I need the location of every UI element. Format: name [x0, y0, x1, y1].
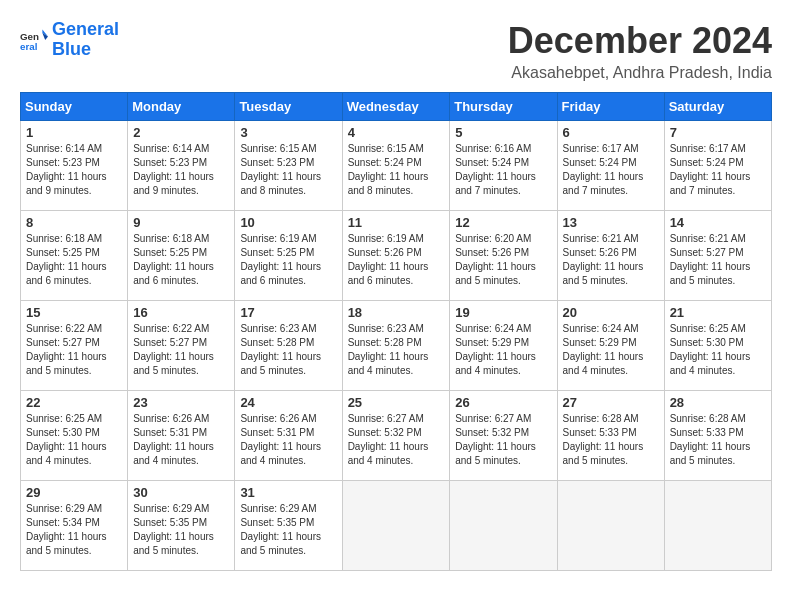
day-info: Sunrise: 6:24 AM Sunset: 5:29 PM Dayligh…: [563, 322, 659, 378]
calendar-day-10: 10 Sunrise: 6:19 AM Sunset: 5:25 PM Dayl…: [235, 211, 342, 301]
sunrise-label: Sunrise: 6:29 AM: [26, 503, 102, 514]
calendar-day-8: 8 Sunrise: 6:18 AM Sunset: 5:25 PM Dayli…: [21, 211, 128, 301]
sunrise-label: Sunrise: 6:20 AM: [455, 233, 531, 244]
day-number: 2: [133, 125, 229, 140]
day-number: 29: [26, 485, 122, 500]
day-number: 24: [240, 395, 336, 410]
sunset-label: Sunset: 5:32 PM: [455, 427, 529, 438]
calendar-day-13: 13 Sunrise: 6:21 AM Sunset: 5:26 PM Dayl…: [557, 211, 664, 301]
calendar-day-20: 20 Sunrise: 6:24 AM Sunset: 5:29 PM Dayl…: [557, 301, 664, 391]
day-number: 22: [26, 395, 122, 410]
calendar-day-14: 14 Sunrise: 6:21 AM Sunset: 5:27 PM Dayl…: [664, 211, 771, 301]
calendar-week-5: 29 Sunrise: 6:29 AM Sunset: 5:34 PM Dayl…: [21, 481, 772, 571]
sunset-label: Sunset: 5:27 PM: [670, 247, 744, 258]
sunset-label: Sunset: 5:25 PM: [26, 247, 100, 258]
calendar-day-empty: [664, 481, 771, 571]
calendar-day-15: 15 Sunrise: 6:22 AM Sunset: 5:27 PM Dayl…: [21, 301, 128, 391]
calendar-day-31: 31 Sunrise: 6:29 AM Sunset: 5:35 PM Dayl…: [235, 481, 342, 571]
logo: Gen eral General Blue: [20, 20, 119, 60]
day-number: 15: [26, 305, 122, 320]
sunrise-label: Sunrise: 6:17 AM: [670, 143, 746, 154]
daylight-label: Daylight: 11 hours and 4 minutes.: [26, 441, 107, 466]
daylight-label: Daylight: 11 hours and 5 minutes.: [240, 531, 321, 556]
day-info: Sunrise: 6:18 AM Sunset: 5:25 PM Dayligh…: [133, 232, 229, 288]
daylight-label: Daylight: 11 hours and 9 minutes.: [26, 171, 107, 196]
sunset-label: Sunset: 5:23 PM: [133, 157, 207, 168]
svg-text:eral: eral: [20, 41, 38, 52]
sunrise-label: Sunrise: 6:28 AM: [563, 413, 639, 424]
day-number: 14: [670, 215, 766, 230]
day-number: 8: [26, 215, 122, 230]
day-info: Sunrise: 6:27 AM Sunset: 5:32 PM Dayligh…: [348, 412, 445, 468]
daylight-label: Daylight: 11 hours and 7 minutes.: [670, 171, 751, 196]
day-info: Sunrise: 6:29 AM Sunset: 5:35 PM Dayligh…: [240, 502, 336, 558]
day-number: 26: [455, 395, 551, 410]
day-number: 18: [348, 305, 445, 320]
calendar-day-5: 5 Sunrise: 6:16 AM Sunset: 5:24 PM Dayli…: [450, 121, 557, 211]
sunrise-label: Sunrise: 6:25 AM: [670, 323, 746, 334]
sunset-label: Sunset: 5:24 PM: [670, 157, 744, 168]
sunset-label: Sunset: 5:35 PM: [133, 517, 207, 528]
day-info: Sunrise: 6:15 AM Sunset: 5:23 PM Dayligh…: [240, 142, 336, 198]
sunset-label: Sunset: 5:29 PM: [455, 337, 529, 348]
sunset-label: Sunset: 5:26 PM: [348, 247, 422, 258]
calendar-day-27: 27 Sunrise: 6:28 AM Sunset: 5:33 PM Dayl…: [557, 391, 664, 481]
sunrise-label: Sunrise: 6:23 AM: [240, 323, 316, 334]
calendar-day-empty: [557, 481, 664, 571]
day-number: 5: [455, 125, 551, 140]
day-number: 17: [240, 305, 336, 320]
logo-icon: Gen eral: [20, 26, 48, 54]
day-info: Sunrise: 6:19 AM Sunset: 5:25 PM Dayligh…: [240, 232, 336, 288]
daylight-label: Daylight: 11 hours and 5 minutes.: [670, 261, 751, 286]
day-info: Sunrise: 6:23 AM Sunset: 5:28 PM Dayligh…: [240, 322, 336, 378]
day-info: Sunrise: 6:17 AM Sunset: 5:24 PM Dayligh…: [670, 142, 766, 198]
day-number: 3: [240, 125, 336, 140]
day-info: Sunrise: 6:29 AM Sunset: 5:34 PM Dayligh…: [26, 502, 122, 558]
day-info: Sunrise: 6:14 AM Sunset: 5:23 PM Dayligh…: [26, 142, 122, 198]
sunrise-label: Sunrise: 6:27 AM: [455, 413, 531, 424]
day-number: 30: [133, 485, 229, 500]
sunset-label: Sunset: 5:32 PM: [348, 427, 422, 438]
calendar-day-24: 24 Sunrise: 6:26 AM Sunset: 5:31 PM Dayl…: [235, 391, 342, 481]
daylight-label: Daylight: 11 hours and 5 minutes.: [26, 531, 107, 556]
sunset-label: Sunset: 5:30 PM: [26, 427, 100, 438]
day-number: 6: [563, 125, 659, 140]
day-info: Sunrise: 6:23 AM Sunset: 5:28 PM Dayligh…: [348, 322, 445, 378]
day-number: 7: [670, 125, 766, 140]
sunset-label: Sunset: 5:23 PM: [26, 157, 100, 168]
calendar-day-21: 21 Sunrise: 6:25 AM Sunset: 5:30 PM Dayl…: [664, 301, 771, 391]
calendar-day-6: 6 Sunrise: 6:17 AM Sunset: 5:24 PM Dayli…: [557, 121, 664, 211]
calendar-day-23: 23 Sunrise: 6:26 AM Sunset: 5:31 PM Dayl…: [128, 391, 235, 481]
calendar-day-11: 11 Sunrise: 6:19 AM Sunset: 5:26 PM Dayl…: [342, 211, 450, 301]
daylight-label: Daylight: 11 hours and 5 minutes.: [455, 441, 536, 466]
sunset-label: Sunset: 5:33 PM: [563, 427, 637, 438]
calendar-day-25: 25 Sunrise: 6:27 AM Sunset: 5:32 PM Dayl…: [342, 391, 450, 481]
daylight-label: Daylight: 11 hours and 6 minutes.: [240, 261, 321, 286]
sunrise-label: Sunrise: 6:22 AM: [26, 323, 102, 334]
sunset-label: Sunset: 5:29 PM: [563, 337, 637, 348]
day-info: Sunrise: 6:15 AM Sunset: 5:24 PM Dayligh…: [348, 142, 445, 198]
daylight-label: Daylight: 11 hours and 5 minutes.: [670, 441, 751, 466]
sunset-label: Sunset: 5:34 PM: [26, 517, 100, 528]
day-info: Sunrise: 6:16 AM Sunset: 5:24 PM Dayligh…: [455, 142, 551, 198]
daylight-label: Daylight: 11 hours and 4 minutes.: [348, 351, 429, 376]
sunset-label: Sunset: 5:24 PM: [563, 157, 637, 168]
column-header-wednesday: Wednesday: [342, 93, 450, 121]
sunrise-label: Sunrise: 6:25 AM: [26, 413, 102, 424]
daylight-label: Daylight: 11 hours and 5 minutes.: [133, 531, 214, 556]
daylight-label: Daylight: 11 hours and 8 minutes.: [348, 171, 429, 196]
sunset-label: Sunset: 5:35 PM: [240, 517, 314, 528]
day-number: 10: [240, 215, 336, 230]
title-block: December 2024 Akasahebpet, Andhra Prades…: [508, 20, 772, 82]
day-number: 16: [133, 305, 229, 320]
daylight-label: Daylight: 11 hours and 6 minutes.: [348, 261, 429, 286]
day-number: 27: [563, 395, 659, 410]
calendar-day-2: 2 Sunrise: 6:14 AM Sunset: 5:23 PM Dayli…: [128, 121, 235, 211]
sunrise-label: Sunrise: 6:26 AM: [240, 413, 316, 424]
calendar-week-1: 1 Sunrise: 6:14 AM Sunset: 5:23 PM Dayli…: [21, 121, 772, 211]
calendar-day-18: 18 Sunrise: 6:23 AM Sunset: 5:28 PM Dayl…: [342, 301, 450, 391]
sunrise-label: Sunrise: 6:19 AM: [240, 233, 316, 244]
sunrise-label: Sunrise: 6:17 AM: [563, 143, 639, 154]
sunrise-label: Sunrise: 6:26 AM: [133, 413, 209, 424]
sunrise-label: Sunrise: 6:15 AM: [240, 143, 316, 154]
